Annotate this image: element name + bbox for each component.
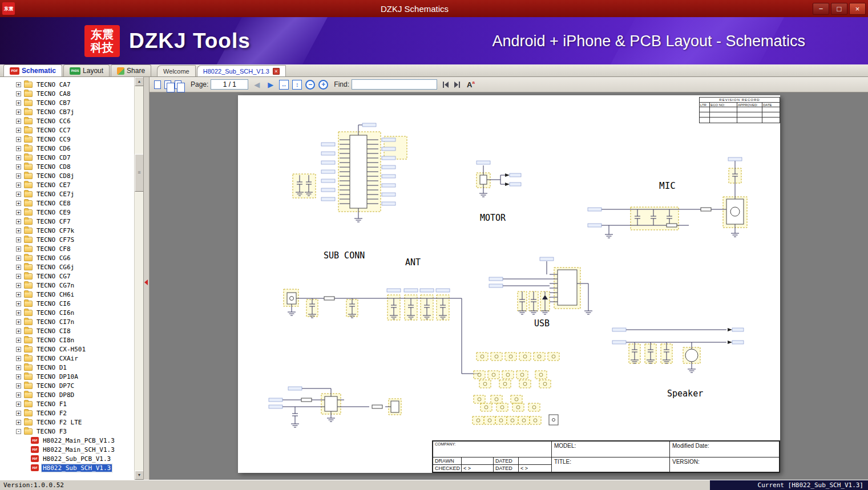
fit-page-icon[interactable] — [292, 80, 302, 90]
page-number-input[interactable] — [211, 79, 248, 90]
expand-icon[interactable]: + — [16, 274, 21, 279]
tree-folder-row[interactable]: +TECNO CI8 — [16, 326, 134, 335]
single-page-view-icon[interactable] — [154, 80, 161, 89]
find-input[interactable] — [352, 79, 437, 90]
text-size-icon[interactable] — [467, 80, 475, 88]
expand-icon[interactable]: + — [16, 219, 21, 224]
expand-icon[interactable]: + — [16, 338, 21, 343]
expand-icon[interactable]: + — [16, 91, 21, 96]
tree-folder-row[interactable]: +TECNO CE8 — [16, 199, 134, 208]
facing-pages-view-icon[interactable] — [164, 80, 171, 89]
expand-icon[interactable]: + — [16, 310, 21, 315]
tree-folder-row[interactable]: +TECNO CI8n — [16, 335, 134, 345]
tree-folder-row[interactable]: +TECNO CI6n — [16, 308, 134, 317]
collapse-icon[interactable]: - — [16, 429, 21, 434]
expand-icon[interactable]: + — [16, 183, 21, 188]
tab-schematic[interactable]: PDF Schematic — [3, 64, 62, 76]
expand-icon[interactable]: + — [16, 119, 21, 124]
find-next-icon[interactable] — [454, 82, 461, 88]
tab-layout[interactable]: PADS Layout — [63, 64, 110, 76]
expand-icon[interactable]: + — [16, 164, 21, 169]
expand-icon[interactable]: + — [16, 329, 21, 334]
panel-splitter[interactable] — [144, 77, 150, 480]
tree-folder-row[interactable]: +TECNO CE7j — [16, 189, 134, 199]
tree-folder-row[interactable]: +TECNO CF8 — [16, 244, 134, 253]
expand-icon[interactable]: + — [16, 402, 21, 407]
tree-folder-row[interactable]: +TECNO CF7k — [16, 226, 134, 235]
expand-icon[interactable]: + — [16, 365, 21, 370]
tree-folder-row[interactable]: +TECNO F2 LTE — [16, 418, 134, 427]
tree-folder-row[interactable]: +TECNO CE7 — [16, 180, 134, 189]
tree-file-row[interactable]: PDFH8022_Main_PCB_V1.3 — [16, 436, 134, 445]
tree-folder-row[interactable]: +TECNO CG6j — [16, 262, 134, 272]
tree-folder-row[interactable]: +TECNO CG6 — [16, 253, 134, 262]
expand-icon[interactable]: + — [16, 100, 21, 106]
expand-icon[interactable]: + — [16, 383, 21, 388]
expand-icon[interactable]: + — [16, 173, 21, 179]
expand-icon[interactable]: + — [16, 228, 21, 233]
expand-icon[interactable]: + — [16, 292, 21, 297]
tree-folder-row[interactable]: +TECNO CD8 — [16, 162, 134, 171]
tree-folder-row[interactable]: +TECNO CH6i — [16, 290, 134, 299]
zoom-in-icon[interactable] — [318, 80, 328, 90]
document-canvas[interactable]: SUB CONN ANT MOTOR USB MIC Speaker REVIS… — [150, 92, 868, 480]
expand-icon[interactable]: + — [16, 256, 21, 261]
tree-folder-row[interactable]: -TECNO F3 — [16, 427, 134, 436]
continuous-view-icon[interactable] — [175, 80, 181, 89]
tree-folder-row[interactable]: +TECNO CF7S — [16, 235, 134, 244]
tree-folder-row[interactable]: +TECNO DP10A — [16, 372, 134, 381]
tree-folder-row[interactable]: +TECNO CC6 — [16, 116, 134, 125]
collapse-panel-icon[interactable] — [144, 280, 148, 285]
scroll-up-icon[interactable]: ▲ — [135, 77, 144, 86]
expand-icon[interactable]: + — [16, 374, 21, 379]
expand-icon[interactable]: + — [16, 347, 21, 352]
tree-file-row[interactable]: PDFH8022_Main_SCH_V1.3 — [16, 445, 134, 454]
sidebar-scrollbar[interactable]: ▲ ≡ ▼ — [134, 77, 143, 480]
find-previous-icon[interactable] — [442, 82, 449, 88]
tree-folder-row[interactable]: +TECNO CA7 — [16, 80, 134, 89]
tree-file-row[interactable]: PDFH8022_Sub_PCB_V1.3 — [16, 454, 134, 463]
previous-page-icon[interactable] — [252, 80, 262, 89]
fit-width-icon[interactable] — [279, 80, 289, 90]
expand-icon[interactable]: + — [16, 411, 21, 416]
tree-folder-row[interactable]: +TECNO F1 — [16, 399, 134, 408]
tree-folder-row[interactable]: +TECNO CX-H501 — [16, 345, 134, 354]
expand-icon[interactable]: + — [16, 356, 21, 361]
tree-folder-row[interactable]: +TECNO CA8 — [16, 89, 134, 98]
tree-folder-row[interactable]: +TECNO CD7 — [16, 153, 134, 162]
close-tab-icon[interactable] — [273, 68, 280, 75]
tree-folder-row[interactable]: +TECNO DP7C — [16, 381, 134, 390]
expand-icon[interactable]: + — [16, 265, 21, 270]
tree-folder-row[interactable]: +TECNO CI6 — [16, 299, 134, 308]
minimize-button[interactable] — [813, 3, 829, 15]
tree-folder-row[interactable]: +TECNO D1 — [16, 363, 134, 372]
tree-folder-row[interactable]: +TECNO CG7n — [16, 281, 134, 290]
tree-folder-row[interactable]: +TECNO CI7n — [16, 317, 134, 326]
expand-icon[interactable]: + — [16, 301, 21, 306]
expand-icon[interactable]: + — [16, 192, 21, 197]
expand-icon[interactable]: + — [16, 146, 21, 151]
expand-icon[interactable]: + — [16, 283, 21, 288]
doc-tab-current[interactable]: H8022_Sub_SCH_V1.3 — [197, 65, 286, 76]
tree-folder-row[interactable]: +TECNO F2 — [16, 408, 134, 418]
tree-folder-row[interactable]: +TECNO CD6 — [16, 144, 134, 153]
expand-icon[interactable]: + — [16, 210, 21, 215]
tree-folder-row[interactable]: +TECNO CC9 — [16, 135, 134, 144]
scroll-down-icon[interactable]: ▼ — [135, 471, 144, 480]
expand-icon[interactable]: + — [16, 110, 21, 115]
tree-folder-row[interactable]: +TECNO CB7 — [16, 98, 134, 107]
tree-folder-row[interactable]: +TECNO CC7 — [16, 125, 134, 135]
scrollbar-thumb[interactable]: ≡ — [135, 154, 144, 192]
maximize-button[interactable] — [831, 3, 847, 15]
expand-icon[interactable]: + — [16, 392, 21, 398]
tree-file-row[interactable]: PDFH8022_Sub_SCH_V1.3 — [16, 463, 134, 472]
expand-icon[interactable]: + — [16, 128, 21, 133]
tree-folder-row[interactable]: +TECNO CB7j — [16, 107, 134, 116]
tree-folder-row[interactable]: +TECNO CD8j — [16, 171, 134, 180]
expand-icon[interactable]: + — [16, 137, 21, 142]
tree-folder-row[interactable]: +TECNO DP8D — [16, 390, 134, 399]
tree-folder-row[interactable]: +TECNO CF7 — [16, 217, 134, 226]
doc-tab-welcome[interactable]: Welcome — [157, 65, 196, 76]
expand-icon[interactable]: + — [16, 237, 21, 242]
expand-icon[interactable]: + — [16, 201, 21, 206]
